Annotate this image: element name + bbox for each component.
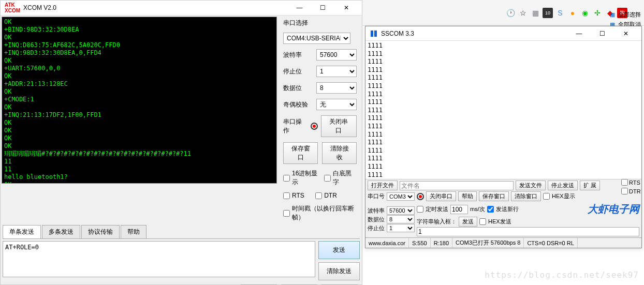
filename-input[interactable] [400,181,514,190]
browser-side-actions: ▦全部选择 ▦全部取消 [608,10,644,26]
svg-rect-0 [371,31,373,37]
stop-label: 停止位 [283,67,312,76]
tab-single-send[interactable]: 单条发送 [3,225,41,238]
sscom-status-sent: S:550 [409,238,431,248]
sscom-port-select[interactable]: COM3 [387,192,415,201]
op-label: 串口操作 [283,117,308,135]
terminal-output: OK +BIND:98D3:32:30D8EA OK +INQ:D863:75:… [2,17,277,184]
data-label: 数据位 [283,84,312,93]
sscom-minimize-button[interactable]: — [567,26,591,41]
rts-checkbox[interactable] [283,192,290,199]
close-port-button[interactable]: 关闭串口 [321,115,357,137]
ext-rts-dtr-panel: RTS DTR [621,179,642,194]
sscom-titlebar: SSCOM 3.3 — ☐ ✕ [365,26,641,41]
parity-select[interactable]: 无 [316,99,357,110]
ext-icon-6[interactable]: ✢ [592,8,603,18]
daxia-brand: 大虾电子网 [588,202,639,216]
databits-select[interactable]: 8 [316,82,357,94]
sscom-help-button[interactable]: 帮助 [458,191,477,201]
tab-help[interactable]: 帮助 [121,225,147,238]
sscom-status-recv: R:180 [431,238,452,248]
sscom-logo-icon [370,29,378,38]
ext-icon-1[interactable]: ▦ [530,8,540,18]
close-button[interactable]: ✕ [334,1,358,15]
sscom-send-button[interactable]: 发送 [459,217,477,227]
clear-receive-button[interactable]: 清除接收 [322,142,357,164]
sscom-hexsend-checkbox[interactable] [479,218,486,225]
sscom-expand-button[interactable]: 扩 展 [580,181,600,190]
svg-rect-1 [374,31,377,37]
ext-icon-5[interactable]: ◉ [580,8,590,18]
baud-select[interactable]: 57600 [316,49,357,61]
parity-label: 奇偶校验 [283,100,312,109]
port-select-label: 串口选择 [283,19,357,27]
sscom-statusbar: www.daxia.cor S:550 R:180 COM3已打开 57600b… [365,237,641,248]
record-icon [311,123,318,130]
sscom-clear-window-button[interactable]: 清除窗口 [511,191,541,201]
maximize-button[interactable]: ☐ [311,1,334,15]
tab-protocol[interactable]: 协议传输 [81,225,120,238]
clear-send-button[interactable]: 清除发送 [318,262,360,280]
sscom-output: 1111 1111 1111 1111 1111 1111 1111 1111 … [365,41,641,179]
xcom-titlebar: ATKXCOM XCOM V2.0 — ☐ ✕ [1,1,362,16]
sscom-period-input[interactable] [450,205,468,214]
sscom-timed-send-checkbox[interactable] [417,206,423,213]
minimize-button[interactable]: — [288,1,311,15]
port-select[interactable]: COM4:USB-SERIAL [283,33,350,44]
sscom-input-field[interactable] [417,227,639,236]
sscom-close-button[interactable]: ✕ [614,26,637,41]
send-textarea[interactable]: AT+ROLE=0 [3,241,315,277]
baud-label: 波特率 [283,51,312,59]
sscom-stopbits-select[interactable]: 1 [387,224,415,232]
whitebg-checkbox[interactable] [324,175,331,182]
xcom-title: XCOM V2.0 [23,4,288,11]
sscom-record-icon [417,193,424,200]
hex-display-checkbox[interactable] [283,175,290,182]
sscom-close-port-button[interactable]: 关闭串口 [426,191,456,201]
stopbits-select[interactable]: 1 [316,66,357,77]
sscom-hexdisp-checkbox[interactable] [543,193,550,200]
sscom-status-url: www.daxia.cor [365,238,409,248]
history-icon[interactable]: 🕐 [505,8,516,18]
sscom-open-file-button[interactable]: 打开文件 [368,181,398,190]
xcom-logo-icon: ATKXCOM [5,2,20,13]
ext-dtr-checkbox[interactable] [621,188,628,194]
sscom-save-window-button[interactable]: 保存窗口 [479,191,509,201]
watermark: https://blog.csdn.net/seek97 [485,270,639,280]
tab-multi-send[interactable]: 多条发送 [42,225,80,238]
sscom-title: SSCOM 3.3 [381,30,567,37]
ext-icon-4[interactable]: ● [567,8,578,18]
sscom-baud-select[interactable]: 57600 [387,206,415,215]
ext-icon-2[interactable]: 10 [543,8,553,18]
sscom-stop-send-button[interactable]: 停止发送 [548,181,578,190]
send-button[interactable]: 发送 [318,241,360,259]
sscom-send-file-button[interactable]: 发送文件 [516,181,546,190]
ext-icon-3[interactable]: S [555,8,565,18]
sscom-maximize-button[interactable]: ☐ [591,26,614,41]
send-tabs: 单条发送 多条发送 协议传输 帮助 [3,225,360,239]
dtr-checkbox[interactable] [315,192,322,199]
ext-rts-checkbox[interactable] [621,179,628,186]
timestamp-checkbox[interactable] [283,210,290,217]
sscom-window: SSCOM 3.3 — ☐ ✕ 1111 1111 1111 1111 1111… [365,26,642,248]
serial-settings-panel: 串口选择 COM4:USB-SERIAL 波特率57600 停止位1 数据位8 … [278,16,362,225]
browser-toolbar: 🕐 ☆ ▦ 10 S ● ◉ ✢ ◆ 购 ⋯ [362,0,644,26]
save-window-button[interactable]: 保存窗口 [283,142,318,164]
sscom-status-signals: CTS=0 DSR=0 RL [524,238,577,248]
sscom-databits-select[interactable]: 8 [387,215,415,223]
xcom-window: ATKXCOM XCOM V2.0 — ☐ ✕ OK +BIND:98D3:32… [0,0,362,285]
sscom-status-port: COM3已打开 57600bps 8 [452,238,524,248]
star-icon[interactable]: ☆ [518,8,528,18]
select-all[interactable]: ▦全部选择 [608,10,644,19]
sscom-newline-checkbox[interactable] [487,206,494,213]
